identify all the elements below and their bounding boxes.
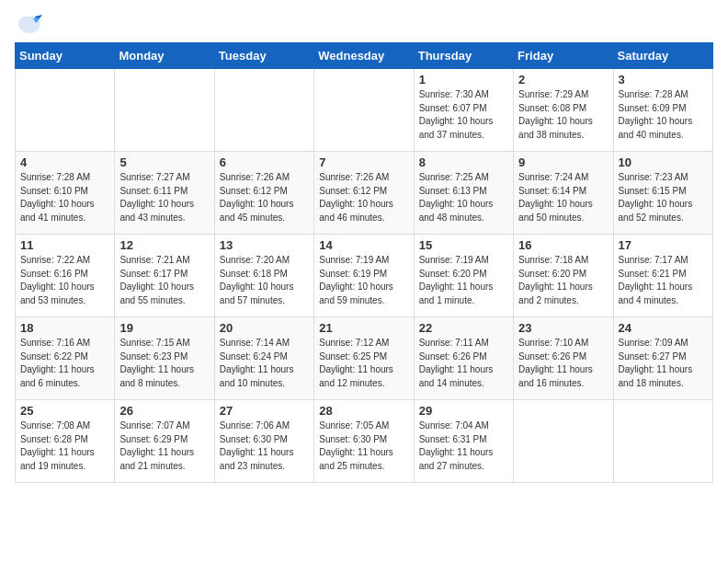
day-number: 4 bbox=[20, 155, 109, 169]
calendar-cell bbox=[115, 69, 214, 152]
day-number: 6 bbox=[220, 155, 309, 169]
calendar-cell: 17Sunrise: 7:17 AM Sunset: 6:21 PM Dayli… bbox=[613, 235, 712, 317]
day-info: Sunrise: 7:20 AM Sunset: 6:18 PM Dayligh… bbox=[220, 254, 309, 307]
day-info: Sunrise: 7:09 AM Sunset: 6:27 PM Dayligh… bbox=[619, 337, 708, 390]
day-number: 14 bbox=[319, 238, 408, 252]
col-header-sunday: Sunday bbox=[16, 43, 115, 69]
day-info: Sunrise: 7:11 AM Sunset: 6:26 PM Dayligh… bbox=[419, 337, 508, 390]
col-header-tuesday: Tuesday bbox=[214, 43, 313, 69]
day-info: Sunrise: 7:22 AM Sunset: 6:16 PM Dayligh… bbox=[20, 254, 109, 307]
day-number: 28 bbox=[319, 404, 408, 418]
calendar-cell: 25Sunrise: 7:08 AM Sunset: 6:28 PM Dayli… bbox=[16, 400, 115, 483]
day-number: 7 bbox=[319, 155, 408, 169]
day-info: Sunrise: 7:29 AM Sunset: 6:08 PM Dayligh… bbox=[518, 88, 608, 142]
day-number: 9 bbox=[518, 155, 608, 169]
day-info: Sunrise: 7:23 AM Sunset: 6:15 PM Dayligh… bbox=[619, 171, 708, 224]
day-info: Sunrise: 7:27 AM Sunset: 6:11 PM Dayligh… bbox=[119, 171, 209, 224]
day-number: 5 bbox=[119, 155, 209, 169]
calendar-cell: 13Sunrise: 7:20 AM Sunset: 6:18 PM Dayli… bbox=[214, 235, 313, 317]
calendar-cell: 9Sunrise: 7:24 AM Sunset: 6:14 PM Daylig… bbox=[514, 152, 613, 235]
day-number: 19 bbox=[119, 321, 209, 335]
calendar-cell: 8Sunrise: 7:25 AM Sunset: 6:13 PM Daylig… bbox=[414, 152, 513, 235]
day-number: 13 bbox=[220, 238, 309, 252]
col-header-wednesday: Wednesday bbox=[314, 43, 414, 69]
day-info: Sunrise: 7:28 AM Sunset: 6:09 PM Dayligh… bbox=[619, 88, 708, 142]
day-info: Sunrise: 7:16 AM Sunset: 6:22 PM Dayligh… bbox=[20, 337, 109, 390]
calendar-cell: 4Sunrise: 7:28 AM Sunset: 6:10 PM Daylig… bbox=[16, 152, 115, 235]
calendar-cell: 23Sunrise: 7:10 AM Sunset: 6:26 PM Dayli… bbox=[514, 317, 613, 400]
day-info: Sunrise: 7:14 AM Sunset: 6:24 PM Dayligh… bbox=[220, 337, 309, 390]
logo-bird-icon bbox=[17, 15, 42, 35]
day-number: 16 bbox=[518, 238, 608, 252]
calendar-cell: 5Sunrise: 7:27 AM Sunset: 6:11 PM Daylig… bbox=[115, 152, 214, 235]
calendar-cell: 18Sunrise: 7:16 AM Sunset: 6:22 PM Dayli… bbox=[16, 317, 115, 400]
day-info: Sunrise: 7:30 AM Sunset: 6:07 PM Dayligh… bbox=[419, 88, 508, 142]
calendar-cell: 28Sunrise: 7:05 AM Sunset: 6:30 PM Dayli… bbox=[314, 400, 414, 483]
calendar-cell: 21Sunrise: 7:12 AM Sunset: 6:25 PM Dayli… bbox=[314, 317, 414, 400]
day-number: 15 bbox=[419, 238, 508, 252]
calendar-cell: 27Sunrise: 7:06 AM Sunset: 6:30 PM Dayli… bbox=[214, 400, 313, 483]
day-number: 22 bbox=[419, 321, 508, 335]
calendar-cell: 6Sunrise: 7:26 AM Sunset: 6:12 PM Daylig… bbox=[214, 152, 313, 235]
week-row-5: 25Sunrise: 7:08 AM Sunset: 6:28 PM Dayli… bbox=[16, 400, 713, 483]
calendar-cell: 10Sunrise: 7:23 AM Sunset: 6:15 PM Dayli… bbox=[613, 152, 712, 235]
day-info: Sunrise: 7:07 AM Sunset: 6:29 PM Dayligh… bbox=[119, 419, 209, 473]
col-header-saturday: Saturday bbox=[613, 43, 712, 69]
calendar-cell bbox=[514, 400, 613, 483]
calendar-cell bbox=[613, 400, 712, 483]
day-info: Sunrise: 7:12 AM Sunset: 6:25 PM Dayligh… bbox=[319, 337, 408, 390]
col-header-monday: Monday bbox=[115, 43, 214, 69]
day-info: Sunrise: 7:04 AM Sunset: 6:31 PM Dayligh… bbox=[419, 419, 508, 473]
day-info: Sunrise: 7:26 AM Sunset: 6:12 PM Dayligh… bbox=[220, 171, 309, 224]
calendar-cell bbox=[214, 69, 313, 152]
day-info: Sunrise: 7:10 AM Sunset: 6:26 PM Dayligh… bbox=[518, 337, 608, 390]
week-row-1: 1Sunrise: 7:30 AM Sunset: 6:07 PM Daylig… bbox=[16, 69, 713, 152]
calendar-cell: 22Sunrise: 7:11 AM Sunset: 6:26 PM Dayli… bbox=[414, 317, 513, 400]
calendar-cell: 14Sunrise: 7:19 AM Sunset: 6:19 PM Dayli… bbox=[314, 235, 414, 317]
day-info: Sunrise: 7:21 AM Sunset: 6:17 PM Dayligh… bbox=[119, 254, 209, 307]
day-info: Sunrise: 7:15 AM Sunset: 6:23 PM Dayligh… bbox=[119, 337, 209, 390]
calendar-cell: 16Sunrise: 7:18 AM Sunset: 6:20 PM Dayli… bbox=[514, 235, 613, 317]
header bbox=[15, 15, 713, 31]
day-info: Sunrise: 7:19 AM Sunset: 6:19 PM Dayligh… bbox=[319, 254, 408, 307]
calendar-cell: 3Sunrise: 7:28 AM Sunset: 6:09 PM Daylig… bbox=[613, 69, 712, 152]
calendar-cell: 12Sunrise: 7:21 AM Sunset: 6:17 PM Dayli… bbox=[115, 235, 214, 317]
day-number: 18 bbox=[20, 321, 109, 335]
calendar-cell: 1Sunrise: 7:30 AM Sunset: 6:07 PM Daylig… bbox=[414, 69, 513, 152]
day-number: 20 bbox=[220, 321, 309, 335]
day-number: 26 bbox=[119, 404, 209, 418]
day-number: 12 bbox=[119, 238, 209, 252]
day-info: Sunrise: 7:19 AM Sunset: 6:20 PM Dayligh… bbox=[419, 254, 508, 307]
calendar-cell bbox=[16, 69, 115, 152]
day-info: Sunrise: 7:25 AM Sunset: 6:13 PM Dayligh… bbox=[419, 171, 508, 224]
calendar-cell: 19Sunrise: 7:15 AM Sunset: 6:23 PM Dayli… bbox=[115, 317, 214, 400]
calendar-cell: 15Sunrise: 7:19 AM Sunset: 6:20 PM Dayli… bbox=[414, 235, 513, 317]
day-number: 11 bbox=[20, 238, 109, 252]
calendar-table: SundayMondayTuesdayWednesdayThursdayFrid… bbox=[15, 42, 713, 483]
day-number: 27 bbox=[220, 404, 309, 418]
day-info: Sunrise: 7:08 AM Sunset: 6:28 PM Dayligh… bbox=[20, 419, 109, 473]
week-row-3: 11Sunrise: 7:22 AM Sunset: 6:16 PM Dayli… bbox=[16, 235, 713, 317]
day-info: Sunrise: 7:18 AM Sunset: 6:20 PM Dayligh… bbox=[518, 254, 608, 307]
calendar-cell: 26Sunrise: 7:07 AM Sunset: 6:29 PM Dayli… bbox=[115, 400, 214, 483]
week-row-4: 18Sunrise: 7:16 AM Sunset: 6:22 PM Dayli… bbox=[16, 317, 713, 400]
day-number: 1 bbox=[419, 73, 508, 86]
logo bbox=[15, 15, 42, 31]
day-number: 25 bbox=[20, 404, 109, 418]
calendar-cell: 11Sunrise: 7:22 AM Sunset: 6:16 PM Dayli… bbox=[16, 235, 115, 317]
day-number: 10 bbox=[619, 155, 708, 169]
calendar-cell bbox=[314, 69, 414, 152]
day-number: 3 bbox=[619, 73, 708, 86]
week-row-2: 4Sunrise: 7:28 AM Sunset: 6:10 PM Daylig… bbox=[16, 152, 713, 235]
day-info: Sunrise: 7:05 AM Sunset: 6:30 PM Dayligh… bbox=[319, 419, 408, 473]
day-number: 29 bbox=[419, 404, 508, 418]
day-info: Sunrise: 7:24 AM Sunset: 6:14 PM Dayligh… bbox=[518, 171, 608, 224]
day-info: Sunrise: 7:28 AM Sunset: 6:10 PM Dayligh… bbox=[20, 171, 109, 224]
day-info: Sunrise: 7:17 AM Sunset: 6:21 PM Dayligh… bbox=[619, 254, 708, 307]
calendar-cell: 24Sunrise: 7:09 AM Sunset: 6:27 PM Dayli… bbox=[613, 317, 712, 400]
calendar-cell: 29Sunrise: 7:04 AM Sunset: 6:31 PM Dayli… bbox=[414, 400, 513, 483]
day-number: 24 bbox=[619, 321, 708, 335]
calendar-cell: 7Sunrise: 7:26 AM Sunset: 6:12 PM Daylig… bbox=[314, 152, 414, 235]
calendar-cell: 2Sunrise: 7:29 AM Sunset: 6:08 PM Daylig… bbox=[514, 69, 613, 152]
col-header-friday: Friday bbox=[514, 43, 613, 69]
